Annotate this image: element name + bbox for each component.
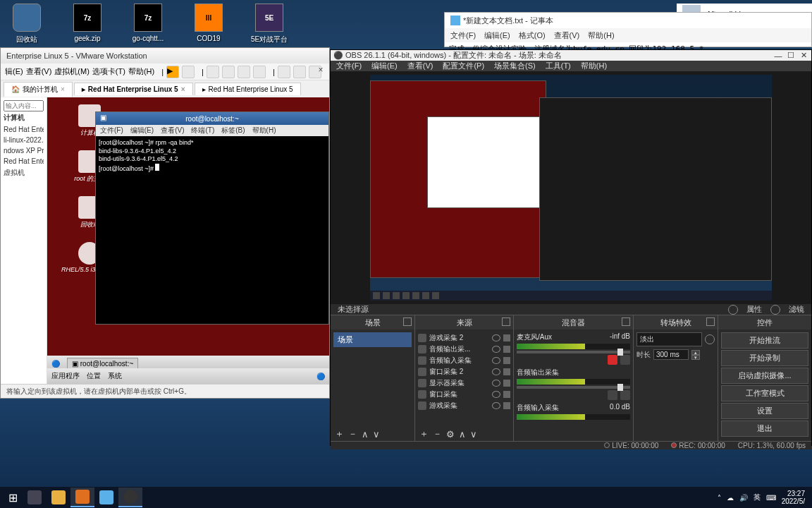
menu-tabs[interactable]: 选项卡(T) bbox=[92, 66, 125, 77]
menu-edit[interactable]: 编辑(E) bbox=[130, 126, 154, 135]
down-icon[interactable]: ∨ bbox=[373, 429, 380, 440]
apps-menu[interactable]: 应用程序 bbox=[51, 371, 80, 381]
source-item[interactable]: 音频输入采集 bbox=[418, 355, 510, 366]
menu-help[interactable]: 帮助(H) bbox=[252, 126, 276, 135]
menu-help[interactable]: 帮助(H) bbox=[128, 66, 154, 77]
source-item[interactable]: 音频输出采... bbox=[418, 344, 510, 355]
dock-header-mixer[interactable]: 混音器 bbox=[514, 315, 633, 329]
places-menu[interactable]: 位置 bbox=[87, 371, 101, 381]
eye-icon[interactable] bbox=[492, 402, 500, 409]
popout-icon[interactable] bbox=[403, 318, 412, 326]
taskbar-item-steam[interactable] bbox=[23, 488, 47, 507]
lock-icon[interactable] bbox=[503, 334, 510, 341]
terminal-titlebar[interactable]: ▣ root@localhost:~ bbox=[96, 112, 328, 125]
transition-select[interactable]: 淡出 bbox=[636, 332, 702, 346]
sidebar-item[interactable]: Red Hat Enterpr bbox=[4, 124, 44, 135]
menu-file[interactable]: 文件(F) bbox=[100, 126, 123, 135]
system-tray[interactable]: ˄ ☁ 🔊 英 ⌨ 23:27 2022/5/ bbox=[718, 490, 809, 505]
eye-icon[interactable] bbox=[492, 380, 500, 387]
start-button[interactable]: ⊞ bbox=[3, 488, 23, 507]
lock-icon[interactable] bbox=[503, 357, 510, 364]
vm-taskbar-item[interactable]: ▣ root@localhost:~ bbox=[67, 358, 138, 370]
obs-titlebar[interactable]: ⚫ OBS 26.1.1 (64-bit, windows) - 配置文件: 未… bbox=[331, 50, 811, 61]
chevron-up-icon[interactable]: ˄ bbox=[718, 494, 721, 502]
layout2-icon[interactable] bbox=[293, 66, 306, 78]
layout-icon[interactable] bbox=[278, 66, 290, 78]
vmware-titlebar[interactable]: Enterprise Linux 5 - VMware Workstation bbox=[1, 48, 329, 64]
maximize-icon[interactable]: ☐ bbox=[786, 51, 796, 61]
spinner[interactable]: ▴▾ bbox=[691, 350, 700, 360]
speaker-icon[interactable] bbox=[608, 390, 617, 400]
obs-preview[interactable] bbox=[331, 71, 811, 304]
vm-display[interactable]: 计算机 root 的主... 回收站 RHEL/5.5 i386 DVD ▣ r… bbox=[47, 97, 329, 384]
mute-icon[interactable] bbox=[608, 355, 617, 365]
duration-input[interactable]: 300 ms bbox=[653, 349, 689, 360]
down-icon[interactable]: ∨ bbox=[470, 429, 477, 440]
vmware-sidebar[interactable]: 计算机 Red Hat Enterpr li-linux-2022.1 ndow… bbox=[1, 97, 47, 384]
eye-icon[interactable] bbox=[492, 346, 500, 353]
properties-button[interactable]: 属性 bbox=[746, 304, 762, 315]
preview-canvas[interactable] bbox=[370, 75, 772, 301]
source-item[interactable]: 游戏采集 bbox=[418, 400, 510, 411]
menu-scenes[interactable]: 场景集合(S) bbox=[494, 61, 536, 71]
taskbar-item-vmware[interactable] bbox=[70, 488, 94, 507]
lock-icon[interactable] bbox=[503, 346, 510, 353]
terminal-body[interactable]: [root@localhost ~]# rpm -qa bind* bind-l… bbox=[96, 136, 328, 324]
sidebar-item[interactable]: 计算机 bbox=[4, 111, 44, 124]
ime-indicator[interactable]: 英 bbox=[753, 492, 761, 502]
dock-header-scenes[interactable]: 场景 bbox=[331, 315, 414, 329]
minimize-icon[interactable]: — bbox=[773, 51, 783, 61]
add-icon[interactable]: ＋ bbox=[335, 428, 344, 440]
snapshot-icon[interactable] bbox=[207, 66, 219, 78]
vmware-window[interactable]: Enterprise Linux 5 - VMware Workstation … bbox=[0, 47, 330, 399]
dock-header-controls[interactable]: 控件 bbox=[718, 315, 811, 329]
windows-taskbar[interactable]: ⊞ ˄ ☁ 🔊 英 ⌨ 23:27 2022/5/ bbox=[0, 487, 812, 508]
menu-file[interactable]: 文件(F) bbox=[450, 30, 476, 41]
start-record-button[interactable]: 开始录制 bbox=[721, 350, 808, 366]
gear-icon[interactable] bbox=[728, 305, 738, 315]
cloud-icon[interactable]: ☁ bbox=[727, 494, 734, 502]
remove-icon[interactable]: － bbox=[433, 428, 442, 440]
tab-home[interactable]: 🏠 我的计算机 × bbox=[4, 82, 73, 97]
notepad-window[interactable]: *新建文本文档.txt - 记事本 文件(F) 编辑(E) 格式(O) 查看(V… bbox=[444, 12, 812, 47]
scene-item[interactable]: 场景 bbox=[333, 332, 412, 347]
dock-header-sources[interactable]: 来源 bbox=[415, 315, 513, 329]
source-item[interactable]: 游戏采集 2 bbox=[418, 332, 510, 344]
close-icon[interactable]: ✕ bbox=[799, 51, 808, 61]
menu-edit[interactable]: 编辑(E) bbox=[371, 61, 398, 71]
pause-button-icon[interactable] bbox=[182, 66, 195, 78]
popout-icon[interactable] bbox=[502, 318, 510, 326]
close-icon[interactable]: × bbox=[181, 85, 185, 93]
gear-icon[interactable] bbox=[620, 390, 630, 400]
source-item[interactable]: 窗口采集 2 bbox=[418, 366, 510, 377]
dock-header-transitions[interactable]: 转场特效 bbox=[634, 315, 718, 329]
desktop-icon-gocq[interactable]: 7zgo-cqhtt... bbox=[128, 4, 168, 44]
tab-rhel5-active[interactable]: ▸ Red Hat Enterprise Linux 5 × bbox=[74, 83, 193, 95]
eye-icon[interactable] bbox=[492, 368, 500, 375]
menu-tabs[interactable]: 标签(B) bbox=[221, 126, 245, 135]
menu-format[interactable]: 格式(O) bbox=[519, 30, 546, 41]
eye-icon[interactable] bbox=[492, 357, 500, 364]
taskbar-item-explorer[interactable] bbox=[47, 488, 70, 507]
remove-icon[interactable]: － bbox=[348, 428, 357, 440]
obs-window[interactable]: ⚫ OBS 26.1.1 (64-bit, windows) - 配置文件: 未… bbox=[330, 49, 812, 446]
sidebar-search-input[interactable] bbox=[4, 100, 44, 111]
eye-icon[interactable] bbox=[492, 334, 500, 341]
up-icon[interactable]: ∧ bbox=[459, 429, 466, 440]
menu-tools[interactable]: 工具(T) bbox=[546, 61, 571, 71]
exit-button[interactable]: 退出 bbox=[721, 421, 808, 437]
filter-icon[interactable] bbox=[770, 305, 780, 315]
menu-vm[interactable]: 虚拟机(M) bbox=[54, 66, 90, 77]
vm-terminal-window[interactable]: ▣ root@localhost:~ 文件(F) 编辑(E) 查看(V) 终端(… bbox=[95, 111, 329, 325]
sidebar-item[interactable]: li-linux-2022.1 bbox=[4, 135, 44, 145]
volume-slider[interactable] bbox=[517, 351, 630, 353]
unity-icon[interactable] bbox=[253, 66, 266, 78]
sidebar-item[interactable]: Red Hat Enterpr bbox=[4, 156, 44, 167]
popout-icon[interactable] bbox=[706, 318, 715, 326]
filters-button[interactable]: 滤镜 bbox=[789, 304, 804, 315]
source-item[interactable]: 显示器采集 bbox=[418, 377, 510, 389]
menu-view[interactable]: 查看(V) bbox=[26, 66, 52, 77]
studio-mode-button[interactable]: 工作室模式 bbox=[721, 385, 808, 401]
lock-icon[interactable] bbox=[503, 368, 510, 375]
add-icon[interactable]: ＋ bbox=[419, 428, 429, 440]
